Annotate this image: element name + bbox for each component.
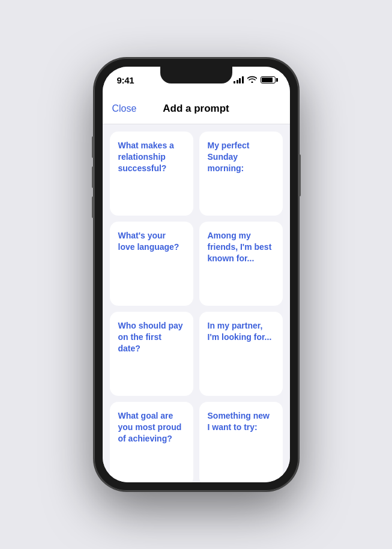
battery-fill bbox=[262, 77, 273, 82]
nav-bar: Close Add a prompt bbox=[103, 93, 290, 124]
close-button[interactable]: Close bbox=[112, 103, 137, 114]
phone-frame: 9:41 Close Add a prom bbox=[94, 58, 298, 491]
prompt-text-5: Who should pay on the first date? bbox=[118, 320, 185, 354]
prompt-card-8[interactable]: Something new I want to try: bbox=[199, 402, 283, 482]
battery-icon bbox=[261, 76, 276, 83]
wifi-icon bbox=[247, 75, 257, 85]
prompt-text-3: What's your love language? bbox=[118, 230, 185, 253]
content-scroll: What makes a relationship successful?My … bbox=[103, 124, 290, 482]
prompt-text-7: What goal are you most proud of achievin… bbox=[118, 410, 185, 444]
prompt-card-5[interactable]: Who should pay on the first date? bbox=[110, 312, 193, 396]
prompt-card-2[interactable]: My perfect Sunday morning: bbox=[199, 132, 283, 216]
status-time: 9:41 bbox=[117, 75, 134, 85]
prompt-text-1: What makes a relationship successful? bbox=[118, 140, 185, 174]
prompt-card-3[interactable]: What's your love language? bbox=[110, 222, 193, 306]
notch bbox=[160, 67, 232, 83]
prompt-text-4: Among my friends, I'm best known for... bbox=[208, 230, 274, 264]
prompt-card-7[interactable]: What goal are you most proud of achievin… bbox=[110, 402, 193, 482]
prompt-text-6: In my partner, I'm looking for... bbox=[208, 320, 274, 343]
page-title: Add a prompt bbox=[163, 103, 229, 115]
prompt-card-1[interactable]: What makes a relationship successful? bbox=[110, 132, 193, 216]
phone-screen: 9:41 Close Add a prom bbox=[103, 67, 290, 482]
prompts-grid: What makes a relationship successful?My … bbox=[110, 132, 283, 482]
prompt-card-4[interactable]: Among my friends, I'm best known for... bbox=[199, 222, 283, 306]
prompt-card-6[interactable]: In my partner, I'm looking for... bbox=[199, 312, 283, 396]
prompt-text-2: My perfect Sunday morning: bbox=[208, 140, 274, 174]
prompt-text-8: Something new I want to try: bbox=[208, 410, 274, 433]
status-icons bbox=[234, 75, 276, 85]
signal-bars-icon bbox=[234, 76, 244, 83]
